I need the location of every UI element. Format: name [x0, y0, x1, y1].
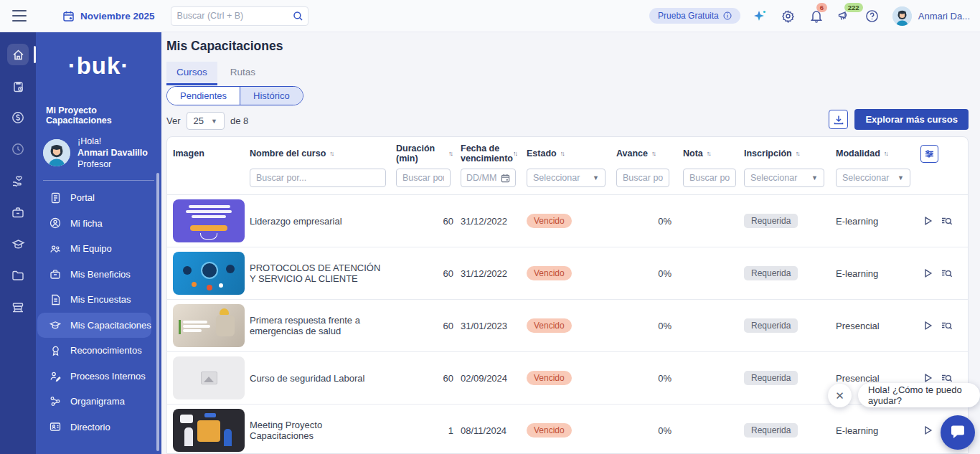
chat-launcher-button[interactable]: [941, 415, 975, 450]
clipboard-clock-icon[interactable]: [7, 75, 29, 97]
explore-courses-button[interactable]: Explorar más cursos: [854, 109, 969, 130]
sidebar-item-mis-beneficios[interactable]: Mis Beneficios: [37, 262, 151, 288]
sort-icon[interactable]: ↑↓: [796, 150, 799, 157]
help-icon[interactable]: [864, 8, 880, 24]
sort-icon[interactable]: ↑↓: [329, 150, 333, 157]
course-image: [173, 356, 245, 399]
sidebar-item-mis-capacitaciones[interactable]: Mis Capacitaciones: [37, 313, 151, 339]
benefits-hand-heart-icon[interactable]: [7, 170, 29, 191]
home-icon[interactable]: [7, 44, 29, 65]
course-name[interactable]: Primera respuesta frente a emergencias d…: [250, 315, 396, 336]
status-badge: Vencido: [527, 371, 572, 385]
ai-sparkle-icon[interactable]: [753, 8, 768, 24]
topbar-right: Prueba Gratuita 6 222: [649, 6, 980, 26]
course-name[interactable]: PROTOCOLOS DE ATENCIÓN Y SERVICIO AL CLI…: [250, 263, 396, 284]
project-title: Mi Proyecto Capacitaciones: [46, 105, 161, 126]
sidebar-item-label: Organigrama: [70, 396, 125, 407]
total-label: de 8: [230, 115, 248, 126]
sidebar-profile[interactable]: ¡Hola! Anmari Davalillo Profesor: [43, 136, 161, 170]
sidebar-item-organigrama[interactable]: Organigrama: [37, 389, 151, 415]
play-icon[interactable]: [923, 268, 933, 278]
announcements-count-badge: 222: [844, 3, 863, 12]
play-icon[interactable]: [923, 373, 933, 383]
sidebar-item-procesos-internos[interactable]: Procesos Internos: [37, 364, 151, 389]
table-filter-row: DD/MM Seleccionar▼ Seleccionar▼: [167, 164, 968, 195]
payments-coin-icon[interactable]: [7, 107, 29, 128]
chat-close-button[interactable]: ✕: [828, 384, 852, 407]
search-input[interactable]: [177, 11, 293, 21]
segment-pendientes[interactable]: Pendientes: [167, 87, 240, 105]
sort-icon[interactable]: ↑↓: [560, 150, 564, 157]
sort-icon[interactable]: ↑↓: [448, 150, 452, 157]
folder-icon[interactable]: [7, 265, 29, 286]
notifications-bell-icon[interactable]: 6: [809, 8, 824, 24]
column-settings-icon[interactable]: [920, 145, 938, 163]
user-menu[interactable]: Anmari Da...: [892, 6, 970, 26]
segment-historico[interactable]: Histórico: [240, 87, 303, 105]
kiosk-archive-icon[interactable]: [7, 296, 29, 318]
settings-gear-icon[interactable]: [781, 8, 796, 24]
sidebar-item-mis-encuestas[interactable]: Mis Encuestas: [37, 287, 151, 313]
col-fecha: Fecha de vencimiento↑↓: [461, 143, 527, 164]
course-progress: 0%: [616, 216, 683, 227]
sidebar-scrollbar[interactable]: [156, 173, 159, 451]
search-icon[interactable]: [293, 11, 303, 22]
preview-icon[interactable]: [941, 321, 953, 331]
education-cap-icon[interactable]: [7, 233, 29, 255]
preview-icon[interactable]: [941, 216, 953, 226]
filter-modalidad-select[interactable]: Seleccionar▼: [836, 169, 910, 187]
tab-cursos[interactable]: Cursos: [166, 62, 217, 85]
sidebar-item-directorio[interactable]: Directorio: [37, 415, 151, 440]
topbar: Noviembre 2025 Prueba Gratuita: [0, 0, 980, 32]
course-name[interactable]: Liderazgo empresarial: [250, 216, 396, 227]
play-icon[interactable]: [923, 216, 933, 226]
sort-icon[interactable]: ↑↓: [651, 150, 655, 157]
preview-icon[interactable]: [941, 373, 953, 383]
inscription-badge: Requerida: [744, 318, 798, 333]
preview-icon[interactable]: [941, 268, 953, 278]
filter-fecha-date[interactable]: DD/MM: [461, 169, 516, 187]
filter-estado-select[interactable]: Seleccionar▼: [527, 169, 606, 187]
filter-duracion-input[interactable]: [396, 169, 451, 187]
sort-icon[interactable]: ↑↓: [884, 150, 887, 157]
announcements-megaphone-icon[interactable]: 222: [837, 8, 852, 24]
chevron-down-icon: ▼: [897, 174, 904, 181]
filter-inscripcion-select[interactable]: Seleccionar▼: [744, 169, 824, 187]
chat-greeting-bubble[interactable]: Hola! ¿Cómo te puedo ayudar?: [858, 383, 980, 407]
course-image: [173, 304, 245, 347]
trial-label: Prueba Gratuita: [658, 11, 719, 21]
greeting: ¡Hola!: [77, 136, 148, 147]
table-header: Imagen Nombre del curso↑↓ Duración (min)…: [167, 137, 968, 164]
date-selector[interactable]: Noviembre 2025: [62, 10, 155, 22]
course-name[interactable]: Curso de seguridad Laboral: [250, 373, 396, 384]
filter-nota-input[interactable]: [683, 169, 736, 187]
inscription-badge: Requerida: [744, 423, 798, 438]
col-imagen: Imagen: [167, 148, 250, 159]
status-badge: Vencido: [527, 423, 572, 438]
sort-icon[interactable]: ↑↓: [513, 150, 517, 157]
download-button[interactable]: [829, 110, 848, 129]
jobs-briefcase-icon[interactable]: [7, 202, 29, 223]
sort-icon[interactable]: ↑↓: [707, 150, 710, 157]
sidebar-item-reconocimientos[interactable]: Reconocimientos: [37, 338, 151, 364]
col-avance: Avance↑↓: [616, 148, 683, 159]
col-duracion: Duración (min)↑↓: [396, 143, 461, 164]
time-clock-icon[interactable]: [7, 138, 29, 160]
status-segmented-control: Pendientes Histórico: [166, 86, 303, 105]
status-badge: Vencido: [527, 214, 572, 228]
calendar-icon: [62, 10, 75, 22]
tab-rutas[interactable]: Rutas: [220, 62, 265, 85]
sidebar-item-mi-equipo[interactable]: Mi Equipo: [37, 236, 151, 262]
filter-nombre-input[interactable]: [250, 169, 386, 187]
trial-badge[interactable]: Prueba Gratuita: [649, 8, 740, 24]
page-size-select[interactable]: 25 ▼: [187, 112, 225, 130]
course-duration: 60: [396, 216, 461, 227]
play-icon[interactable]: [923, 425, 933, 435]
sidebar-item-mi-ficha[interactable]: Mi ficha: [37, 211, 151, 237]
hamburger-menu-icon[interactable]: [12, 10, 27, 22]
course-name[interactable]: Meeting Proyecto Capacitaciones: [250, 420, 396, 441]
sidebar-item-portal[interactable]: Portal: [37, 185, 151, 211]
filter-avance-input[interactable]: [616, 169, 669, 187]
play-icon[interactable]: [923, 321, 933, 331]
global-search: [171, 6, 308, 26]
